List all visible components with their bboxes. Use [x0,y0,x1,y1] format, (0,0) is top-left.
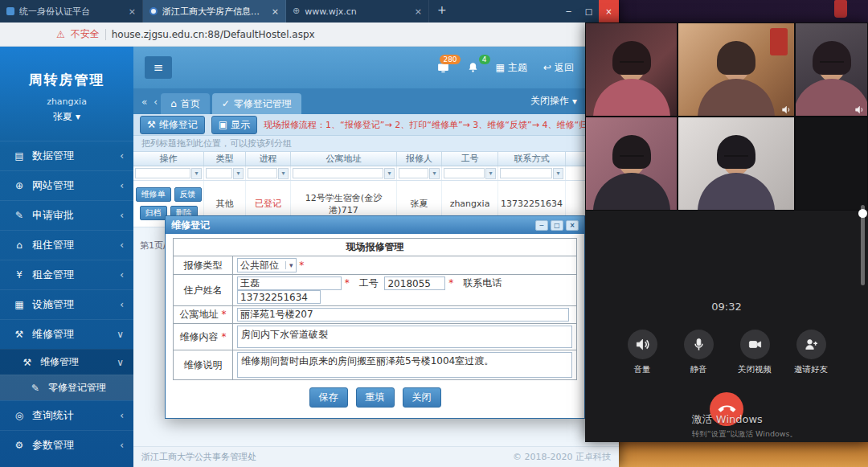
dialog-title-bar[interactable]: 维修登记 ─ □ × [166,216,584,234]
browser-window: 统一身份认证平台 × 浙江工商大学房产信息管理服务 × ⊕ www.wjx.cn… [0,0,619,467]
filter-input[interactable] [293,168,383,178]
repair-content-textarea[interactable]: 房间内下水管道破裂 [237,326,572,348]
reset-button[interactable]: 重填 [356,387,395,408]
contact-phone-input[interactable] [237,290,321,304]
pencil-icon: ✎ [13,210,26,221]
repair-note-textarea[interactable]: 维修期间暂时由原来的房间搬至丽泽苑5号楼1004室过渡。 [237,352,572,378]
close-operations-label: 关闭操作 [530,94,569,108]
staff-id-input[interactable] [384,277,445,290]
resident-name-input[interactable] [237,277,342,290]
chevron-left-icon: ‹ [120,299,124,310]
close-button[interactable]: 关闭 [403,387,441,408]
display-button[interactable]: ▣ 显示 [211,116,257,134]
tab-close-icon[interactable]: × [272,6,279,17]
save-button[interactable]: 保存 [309,387,348,408]
tab-housing-active[interactable]: 浙江工商大学房产信息管理服务 × [143,0,286,23]
column-header-type[interactable]: 类型 [204,152,246,166]
window-close-button[interactable]: × [599,0,619,23]
video-call-window: 09:32 音量 静音 关闭视频 邀请好友 [585,23,868,442]
sidebar-item-rental[interactable]: ⌂ 租住管理 ‹ [0,230,133,260]
sidebar-item-rent[interactable]: ¥ 租金管理 ‹ [0,260,133,289]
security-warning-icon: ⚠ [56,29,65,40]
dialog-close-button[interactable]: × [566,220,579,231]
filter-dropdown-icon[interactable]: ▾ [384,168,395,179]
sidebar-header: 周转房管理 zhangxia 张夏 ▾ [0,47,133,141]
column-header-reporter[interactable]: 报修人 [397,152,442,166]
repair-type-select[interactable]: 公共部位 ▾ [237,258,297,272]
filter-dropdown-icon[interactable]: ▾ [191,168,202,179]
filter-dropdown-icon[interactable]: ▾ [233,168,244,179]
page-tab-strip: « ‹ ⌂ 首页 ✓ 零修登记管理 关闭操作 ▾ [133,88,619,114]
window-minimize-button[interactable]: ─ [559,0,579,23]
sidebar-item-facility[interactable]: ▦ 设施管理 ‹ [0,289,133,319]
filter-dropdown-icon[interactable]: ▾ [278,168,289,179]
column-header-process[interactable]: 进程 [246,152,291,166]
workorder-button[interactable]: 维修单 [136,187,171,202]
sidebar-item-approval[interactable]: ✎ 申请审批 ‹ [0,200,133,230]
sidebar-item-website[interactable]: ⊕ 网站管理 ‹ [0,170,133,200]
column-header-address[interactable]: 公寓地址 [291,152,397,166]
filter-dropdown-icon[interactable]: ▾ [485,168,496,179]
column-header-staff-id[interactable]: 工号 [442,152,498,166]
tab-scroll-left-icon[interactable]: « [138,96,150,114]
camera-off-button[interactable]: 关闭视频 [732,330,777,375]
notifications-bell-icon[interactable]: 4 [466,61,480,75]
database-icon: ▤ [13,150,26,162]
filter-input[interactable] [399,168,428,178]
dialog-maximize-button[interactable]: □ [551,220,563,231]
dialog-minimize-button[interactable]: ─ [535,220,548,231]
sidebar-item-query[interactable]: ◎ 查询统计 ‹ [0,400,133,430]
tab-minor-repair-active[interactable]: ✓ 零修登记管理 [212,93,301,114]
chevron-down-icon: ∨ [117,329,124,340]
mute-button[interactable]: 静音 [676,330,721,375]
filter-input[interactable] [248,168,277,178]
app-title: 周转房管理 [0,71,133,89]
archive-button[interactable]: 归档 [140,206,167,220]
feedback-button[interactable]: 反馈 [174,187,202,202]
sidebar-item-repair[interactable]: ⚒ 维修管理 ∨ [0,319,133,349]
filter-input[interactable] [206,168,232,178]
messages-icon[interactable]: 280 [436,61,450,75]
user-menu[interactable]: 张夏 ▾ [0,110,133,124]
filter-input[interactable] [135,168,190,178]
back-button[interactable]: ↩ 返回 [543,61,574,75]
group-by-hint[interactable]: 把列标题拖到此位置，可以按该列分组 [133,136,619,152]
tab-home-label: 首页 [181,97,200,111]
column-header-phone[interactable]: 联系方式 [498,152,566,166]
security-warning-text[interactable]: 不安全 [71,27,100,41]
video-tile-empty [795,117,868,211]
sidebar-username: zhangxia [0,96,133,107]
required-marker: * [299,260,304,271]
apartment-address-label: 公寓地址 * [174,306,233,324]
window-maximize-button[interactable]: □ [579,0,599,23]
theme-button[interactable]: ▦ 主题 [496,61,527,75]
filter-input[interactable] [444,168,485,178]
volume-slider[interactable] [861,205,865,285]
url-text[interactable]: house.zjgsu.edu.cn:88/DefaultHostel.aspx [112,29,595,40]
back-label: 返回 [555,61,574,75]
filter-dropdown-icon[interactable]: ▾ [553,168,563,179]
address-bar[interactable]: ⚠ 不安全 house.zjgsu.edu.cn:88/DefaultHoste… [0,23,619,47]
filter-dropdown-icon[interactable]: ▾ [429,168,440,179]
apartment-address-input[interactable] [237,308,569,322]
tab-wjx[interactable]: ⊕ www.wjx.cn × [286,0,429,23]
hamburger-menu-button[interactable]: ≡ [145,56,172,79]
volume-button[interactable]: 音量 [620,330,665,375]
repair-register-button[interactable]: ⚒ 维修登记 [140,116,205,134]
tab-scroll-left-single-icon[interactable]: ‹ [150,96,161,114]
tab-close-icon[interactable]: × [129,6,136,17]
new-tab-button[interactable]: + [429,0,455,23]
sidebar-item-data[interactable]: ▤ 数据管理 ‹ [0,141,133,170]
column-header-operations[interactable]: 操作 [133,152,204,166]
browser-tab-bar: 统一身份认证平台 × 浙江工商大学房产信息管理服务 × ⊕ www.wjx.cn… [0,0,619,23]
sidebar-subitem-minor-repair-active[interactable]: ✎ 零修登记管理 [0,375,133,400]
sidebar-item-params[interactable]: ⚙ 参数管理 ‹ [0,430,133,460]
tab-home[interactable]: ⌂ 首页 [161,93,210,114]
sidebar-subitem-repair[interactable]: ⚒ 维修管理 ∨ [0,349,133,375]
filter-input[interactable] [500,168,552,178]
invite-button[interactable]: 邀请好友 [788,330,833,375]
volume-slider-knob[interactable] [858,209,867,218]
camera-icon [747,337,763,352]
tab-sso[interactable]: 统一身份认证平台 × [0,0,143,23]
tab-close-icon[interactable]: × [415,6,422,17]
